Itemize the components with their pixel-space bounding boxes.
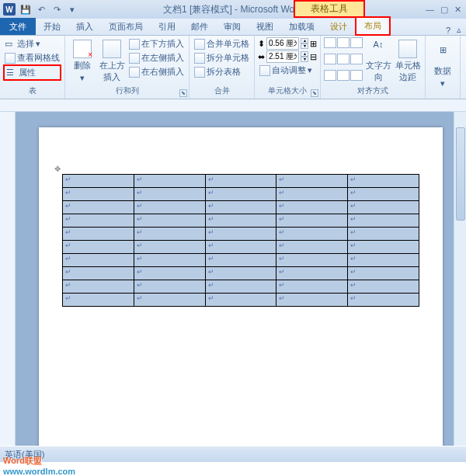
table-cell[interactable]: [348, 254, 419, 267]
tab-review[interactable]: 审阅: [216, 19, 249, 35]
insert-below-button[interactable]: 在下方插入: [127, 37, 186, 50]
table-cell[interactable]: [134, 228, 205, 241]
table-cell[interactable]: [205, 175, 276, 188]
align-tl[interactable]: [324, 37, 336, 48]
redo-icon[interactable]: ↷: [50, 2, 64, 16]
table-cell[interactable]: [205, 254, 276, 267]
table-cell[interactable]: [134, 280, 205, 294]
table-cell[interactable]: [276, 280, 348, 294]
table-cell[interactable]: [276, 188, 348, 201]
vertical-scrollbar[interactable]: [454, 112, 466, 446]
properties-button[interactable]: ☰属性: [3, 64, 61, 81]
table-cell[interactable]: [205, 201, 276, 214]
table-cell[interactable]: [63, 294, 134, 307]
tab-layout[interactable]: 布局: [355, 16, 391, 36]
table-cell[interactable]: [63, 175, 134, 188]
table-anchor-icon[interactable]: ✥: [54, 165, 61, 173]
table-cell[interactable]: [348, 280, 419, 294]
table-cell[interactable]: [205, 188, 276, 201]
table-cell[interactable]: [205, 294, 276, 307]
align-br[interactable]: [350, 70, 363, 81]
table-cell[interactable]: [63, 228, 134, 241]
table-row[interactable]: [63, 188, 419, 201]
table-cell[interactable]: [134, 175, 205, 188]
row-height-spinner[interactable]: ⬍▴▾⊞: [258, 37, 317, 50]
table-cell[interactable]: [205, 280, 276, 294]
page-scroll-area[interactable]: ✥: [16, 112, 466, 446]
table-cell[interactable]: [134, 201, 205, 214]
table-cell[interactable]: [276, 175, 348, 188]
table-cell[interactable]: [63, 267, 134, 280]
tab-mailings[interactable]: 邮件: [183, 19, 216, 35]
align-bc[interactable]: [337, 70, 350, 81]
table-cell[interactable]: [348, 214, 419, 228]
align-tc[interactable]: [337, 37, 350, 48]
document-page[interactable]: ✥: [39, 127, 443, 446]
table-cell[interactable]: [348, 267, 419, 280]
tab-home[interactable]: 开始: [36, 19, 68, 35]
table-row[interactable]: [63, 241, 419, 254]
tab-insert[interactable]: 插入: [68, 19, 101, 35]
table-cell[interactable]: [276, 241, 348, 254]
table-cell[interactable]: [134, 241, 205, 254]
merge-cells-button[interactable]: 合并单元格: [193, 37, 251, 50]
table-cell[interactable]: [63, 241, 134, 254]
table-cell[interactable]: [348, 294, 419, 307]
table-cell[interactable]: [348, 201, 419, 214]
table-cell[interactable]: [63, 280, 134, 294]
table-cell[interactable]: [276, 267, 348, 280]
undo-icon[interactable]: ↶: [34, 2, 48, 16]
tab-view[interactable]: 视图: [249, 19, 281, 35]
table-row[interactable]: [63, 201, 419, 214]
distribute-cols-icon[interactable]: ⊟: [310, 52, 317, 62]
table-cell[interactable]: [276, 254, 348, 267]
table-cell[interactable]: [63, 188, 134, 201]
align-mr[interactable]: [350, 54, 363, 64]
table-cell[interactable]: [276, 294, 348, 307]
table-cell[interactable]: [134, 267, 205, 280]
table-cell[interactable]: [63, 214, 134, 228]
rowscols-launcher[interactable]: ⬊: [179, 89, 187, 97]
table-cell[interactable]: [348, 175, 419, 188]
tab-page-layout[interactable]: 页面布局: [101, 19, 151, 35]
ribbon-minimize-icon[interactable]: ▵: [457, 25, 461, 35]
table-cell[interactable]: [348, 241, 419, 254]
help-icon[interactable]: ?: [446, 26, 450, 35]
table-row[interactable]: [63, 228, 419, 241]
align-tr[interactable]: [350, 37, 363, 48]
split-table-button[interactable]: 拆分表格: [193, 65, 251, 78]
table-cell[interactable]: [134, 294, 205, 307]
table-cell[interactable]: [205, 214, 276, 228]
gridlines-button[interactable]: 查看网格线: [3, 51, 61, 64]
data-button[interactable]: ⊞数据▾: [429, 37, 457, 96]
document-table[interactable]: [62, 174, 419, 307]
close-icon[interactable]: ✕: [454, 5, 461, 15]
table-cell[interactable]: [205, 267, 276, 280]
table-cell[interactable]: [348, 188, 419, 201]
table-row[interactable]: [63, 175, 419, 188]
table-row[interactable]: [63, 294, 419, 307]
delete-button[interactable]: 删除▾: [68, 37, 96, 85]
insert-left-button[interactable]: 在左侧插入: [127, 51, 186, 64]
distribute-rows-icon[interactable]: ⊞: [310, 39, 317, 49]
qat-dropdown-icon[interactable]: ▾: [65, 2, 79, 16]
table-cell[interactable]: [63, 201, 134, 214]
tab-addins[interactable]: 加载项: [281, 19, 322, 35]
cell-margins-button[interactable]: 单元格 边距: [394, 37, 422, 85]
table-cell[interactable]: [205, 228, 276, 241]
vertical-ruler[interactable]: [0, 112, 16, 446]
tab-design[interactable]: 设计: [322, 19, 355, 35]
insert-above-button[interactable]: 在上方插入: [98, 37, 126, 85]
horizontal-ruler[interactable]: [0, 99, 466, 112]
autofit-button[interactable]: 自动调整▾: [258, 64, 317, 77]
table-row[interactable]: [63, 280, 419, 294]
table-row[interactable]: [63, 254, 419, 267]
insert-right-button[interactable]: 在右侧插入: [127, 65, 186, 78]
split-cells-button[interactable]: 拆分单元格: [193, 51, 251, 64]
select-button[interactable]: ▭选择▾: [3, 37, 61, 50]
cellsize-launcher[interactable]: ⬊: [311, 89, 318, 97]
align-ml[interactable]: [324, 54, 336, 64]
table-row[interactable]: [63, 214, 419, 228]
table-cell[interactable]: [276, 228, 348, 241]
table-cell[interactable]: [134, 214, 205, 228]
